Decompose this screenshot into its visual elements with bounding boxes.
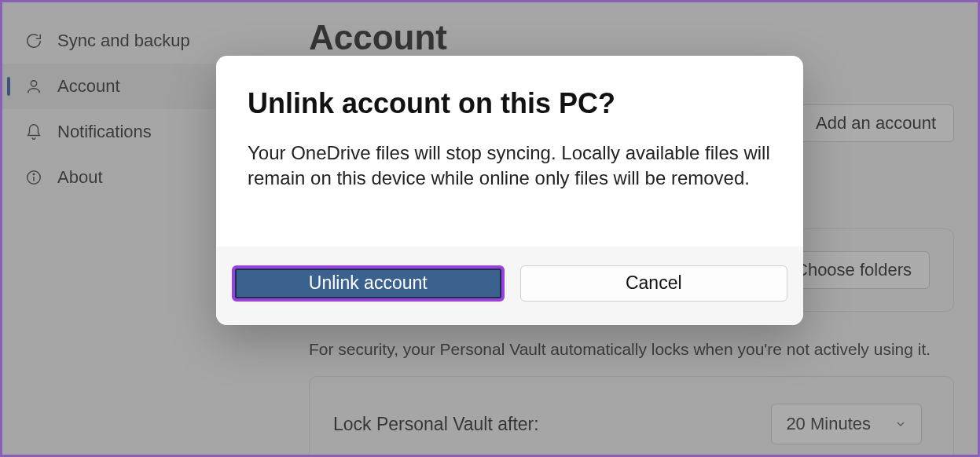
- unlink-dialog: Unlink account on this PC? Your OneDrive…: [216, 56, 803, 325]
- unlink-account-button[interactable]: Unlink account: [232, 265, 505, 302]
- dialog-text: Your OneDrive files will stop syncing. L…: [248, 141, 772, 192]
- dialog-actions: Unlink account Cancel: [216, 247, 803, 325]
- cancel-button[interactable]: Cancel: [520, 265, 788, 302]
- dialog-body: Unlink account on this PC? Your OneDrive…: [216, 56, 803, 247]
- dialog-title: Unlink account on this PC?: [248, 87, 772, 120]
